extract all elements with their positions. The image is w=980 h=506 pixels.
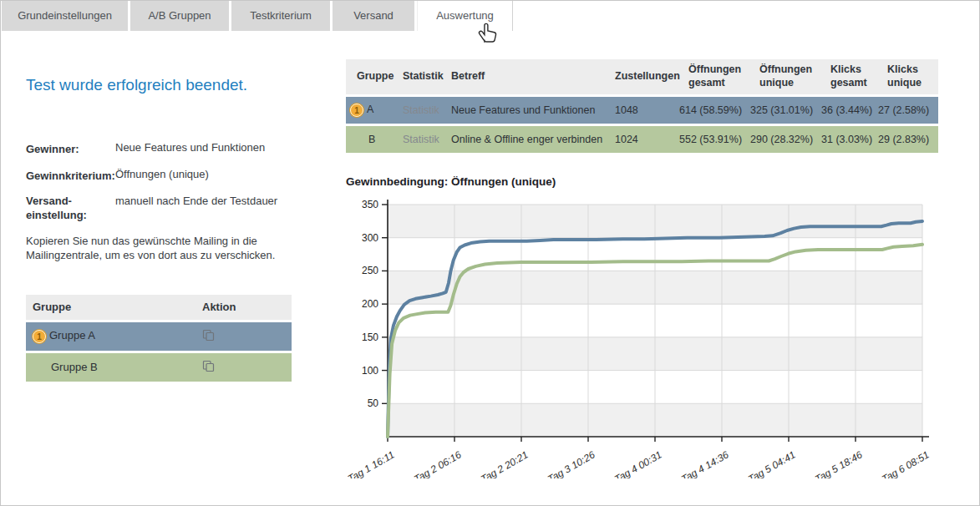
copy-group-a-button[interactable] [202,329,215,344]
row-a-klicks-gesamt: 36 (3.44%) [820,97,876,124]
row-a-oeffnungen-gesamt: 614 (58.59%) [678,97,749,124]
chart-gewinnbedingung: 50100150200250300350Tag 1 16:11Tag 2 06:… [346,195,938,478]
y-tick-label: 100 [362,365,378,377]
send-setting-field: Versand-einstellung: manuell nach Ende d… [26,195,292,223]
tab-testkriterium[interactable]: Testkriterium [231,1,330,31]
copy-icon [202,360,215,372]
ab-test-evaluation-window: Grundeinstellungen A/B Gruppen Testkrite… [0,0,980,506]
chart-title: Gewinnbedingung: Öffnungen (unique) [346,175,938,188]
copy-group-b-button[interactable] [202,360,215,375]
statistik-link-b[interactable]: Statistik [403,134,439,145]
row-a-gruppe: A [367,104,373,115]
x-tick-label: Tag 5 18:46 [813,448,865,478]
col-betreff: Betreff [440,59,604,94]
y-tick-label: 250 [362,265,378,276]
results-row-b: B Statistik Online & Offline enger verbi… [346,126,938,153]
results-header-row: Gruppe Statistik Betreff Zustellungen Öf… [346,59,938,94]
winner-value: Neue Features und Funktionen [115,141,265,154]
row-b-oeffnungen-gesamt: 552 (53.91%) [678,126,749,153]
x-tick-label: Tag 1 16:11 [346,448,397,478]
group-b-name: Gruppe B [51,361,98,373]
group-a-name: Gruppe A [49,329,95,342]
y-tick-label: 150 [362,331,378,343]
row-a-zustellungen: 1048 [604,97,678,124]
statistik-link-a[interactable]: Statistik [403,104,439,116]
x-tick-label: Tag 6 08:51 [880,448,932,478]
col-statistik: Statistik [392,59,440,94]
x-tick-label: Tag 2 06:16 [412,448,464,478]
winner-field: Gewinner: Neue Features und Funktionen [26,141,292,157]
row-b-oeffnungen-unique: 290 (28.32%) [749,126,820,153]
row-b-klicks-gesamt: 31 (3.03%) [820,126,876,153]
row-a-klicks-unique: 27 (2.58%) [876,97,938,124]
win-criterion-label: Gewinnkriterium: [26,170,111,184]
group-row-b[interactable]: Gruppe B [26,353,292,382]
row-a-oeffnungen-unique: 325 (31.01%) [749,97,820,124]
group-row-a[interactable]: 1Gruppe A [26,322,292,351]
copy-icon [202,329,215,342]
col-klicks-gesamt: Klicks gesamt [820,59,876,94]
send-setting-label: Versand-einstellung: [26,195,111,223]
left-panel: Test wurde erfolgreich beendet. Gewinner… [26,76,292,384]
row-b-betreff: Online & Offline enger verbinden [440,126,604,153]
col-klicks-unique: Klicks unique [876,59,938,94]
win-criterion-field: Gewinnkriterium: Öffnungen (unique) [26,168,292,184]
result-fields: Gewinner: Neue Features und Funktionen G… [26,141,292,223]
col-oeffnungen-gesamt: Öffnungen gesamt [678,59,749,94]
groups-table: Gruppe Aktion 1Gruppe A [26,292,292,384]
groups-col-gruppe: Gruppe [26,295,197,320]
x-tick-label: Tag 4 14:36 [679,448,731,478]
winner-medal-icon: 1 [33,330,46,343]
copy-instruction-note: Kopieren Sie nun das gewünschte Mailing … [26,234,287,263]
row-b-zustellungen: 1024 [604,126,678,153]
send-setting-value: manuell nach Ende der Testdauer [115,195,277,207]
y-tick-label: 200 [362,298,378,310]
hand-cursor-icon [477,23,499,49]
main-panel: Gruppe Statistik Betreff Zustellungen Öf… [346,57,938,478]
row-b-klicks-unique: 29 (2.83%) [876,126,938,153]
col-gruppe: Gruppe [346,59,392,94]
x-tick-label: Tag 3 10:26 [546,448,597,478]
tab-versand[interactable]: Versand [333,1,414,31]
winner-medal-icon: 1 [350,104,363,117]
results-table: Gruppe Statistik Betreff Zustellungen Öf… [346,57,938,155]
x-tick-label: Tag 5 04:41 [746,448,798,478]
win-criterion-value: Öffnungen (unique) [115,168,209,180]
tab-ab-gruppen[interactable]: A/B Gruppen [130,1,229,31]
y-tick-label: 350 [362,199,378,210]
groups-table-header: Gruppe Aktion [26,295,292,320]
row-b-gruppe: B [368,134,375,145]
y-tick-label: 300 [362,232,378,244]
x-tick-label: Tag 4 00:31 [612,448,664,478]
col-zustellungen: Zustellungen [604,59,678,94]
winner-label: Gewinner: [26,143,111,157]
x-tick-label: Tag 2 20:21 [479,448,531,478]
line-chart: 50100150200250300350Tag 1 16:11Tag 2 06:… [346,195,938,478]
results-row-a: 1A Statistik Neue Features und Funktione… [346,97,938,124]
groups-col-aktion: Aktion [197,295,292,320]
row-a-betreff: Neue Features und Funktionen [440,97,604,124]
y-tick-label: 50 [368,397,379,409]
col-oeffnungen-unique: Öffnungen unique [749,59,820,94]
test-result-heading: Test wurde erfolgreich beendet. [26,76,292,94]
tab-grundeinstellungen[interactable]: Grundeinstellungen [2,1,128,31]
